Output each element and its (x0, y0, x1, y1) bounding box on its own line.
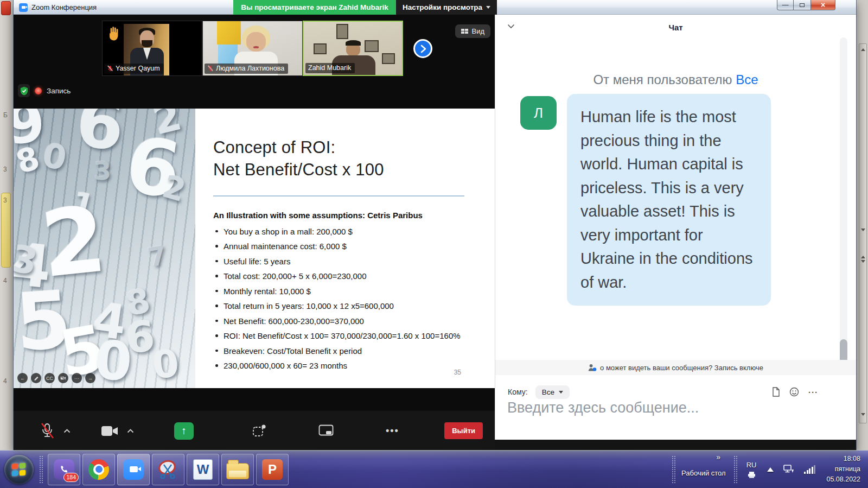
share-screen-button[interactable]: ↑ (174, 422, 194, 440)
slide-bullet: You buy a shop in a mall: 200,000 $ (213, 227, 478, 236)
recording-indicator: Запись (18, 84, 71, 97)
toolbar-overflow-chevron[interactable]: » (716, 453, 720, 461)
video-options-chevron[interactable] (127, 429, 134, 433)
grid-icon (461, 29, 469, 34)
tray-grip (733, 455, 738, 484)
zoom-app-icon (19, 3, 28, 12)
view-settings-label: Настройки просмотра (403, 3, 482, 11)
recipient-link[interactable]: Все (736, 72, 758, 87)
chrome-icon (88, 459, 109, 480)
clock-time: 18:08 (826, 454, 860, 464)
printer-icon[interactable] (748, 471, 756, 478)
apps-button[interactable] (318, 424, 334, 438)
slide-bullet: Net Benefit: 600,000-230,000=370,000 (213, 316, 478, 326)
smiley-icon (789, 387, 799, 397)
view-settings-dropdown[interactable]: Настройки просмотра (396, 0, 497, 15)
video-button[interactable] (101, 425, 118, 437)
background-marker: 3 (3, 166, 7, 173)
taskbar-explorer-button[interactable] (221, 454, 254, 485)
video-tile-liudmyla[interactable]: Людмила Лахтионова (202, 21, 303, 76)
raised-hand-icon (106, 26, 120, 42)
muted-mic-icon (207, 65, 214, 72)
maximize-button[interactable] (794, 0, 810, 10)
annotate-button[interactable] (31, 373, 41, 383)
slide-bullet: Monthly rental: 10,000 $ (213, 287, 478, 296)
security-shield-icon[interactable] (18, 84, 30, 97)
video-tile-zahid[interactable]: Zahid Mubarik (303, 21, 403, 76)
clock-date: 05.08.2022 (826, 474, 860, 485)
slide-content: Concept of ROI: Net Benefit/Cost x 100 A… (195, 109, 495, 388)
slide-bullet: Total cost: 200,000+ 5 x 6,000=230,000 (213, 271, 478, 281)
captions-button[interactable]: CC (44, 373, 55, 383)
record-button[interactable] (252, 424, 266, 438)
language-indicator[interactable]: RU (746, 461, 757, 478)
more-options-button[interactable]: ··· (808, 388, 818, 397)
taskbar-chrome-button[interactable] (82, 454, 115, 485)
windows-logo (12, 463, 18, 469)
taskbar-clock[interactable]: 18:08 пятница 05.08.2022 (826, 454, 860, 484)
chat-header: Чат (495, 15, 856, 41)
chat-scrollbar[interactable] (840, 37, 847, 363)
sender-avatar: Л (520, 96, 557, 130)
video-tile-yasser[interactable]: Yasser Qayum (102, 21, 202, 76)
close-button[interactable]: × (810, 0, 835, 10)
slide-bullet: Breakeven: Cost/Total Benefit x period (213, 346, 478, 356)
mic-options-chevron[interactable] (63, 429, 71, 433)
participant-name-label: Zahid Mubarik (305, 63, 355, 73)
recording-label: Запись (47, 87, 71, 95)
video-strip: Yasser Qayum Людмила Лахтионова (102, 21, 403, 76)
participant-name-label: Людмила Лахтионова (205, 64, 288, 74)
slide-bullet: 230,000/600,000 x 60= 23 months (213, 361, 478, 370)
background-marker: Б (3, 111, 8, 119)
slide-art-digit: 7 (146, 242, 168, 270)
emoji-button[interactable] (789, 387, 799, 397)
start-button[interactable] (4, 455, 34, 484)
view-button[interactable]: Вид (455, 24, 490, 38)
next-slide-button[interactable]: → (85, 373, 95, 383)
compose-row: Кому: Все ··· (508, 384, 845, 400)
taskbar-snipping-tool-button[interactable] (152, 454, 184, 485)
signal-strength-icon[interactable] (804, 465, 815, 474)
next-participants-button[interactable] (413, 39, 432, 58)
pencil-icon (34, 376, 39, 381)
participant-name-label: Yasser Qayum (104, 64, 164, 74)
more-button[interactable]: ••• (386, 425, 399, 436)
show-hidden-icons-button[interactable] (767, 467, 774, 472)
slide-art-digit: 6 (73, 109, 128, 161)
slide-art-digit: 0 (40, 138, 69, 176)
zoom-window: Zoom Конференция Вы просматриваете экран… (14, 0, 856, 451)
chat-message-input[interactable] (506, 399, 745, 417)
powerpoint-icon: P (262, 459, 283, 480)
desktop-toolbar[interactable]: Рабочий стол (681, 469, 726, 477)
shared-slide: 96208361247358465020 Concept of ROI: Net… (14, 109, 495, 388)
slide-controls: ← CC ··· → (17, 373, 95, 383)
monitor-icon (318, 424, 334, 438)
background-window-left: Б 3 3 4 4 (0, 0, 14, 451)
network-icon[interactable] (783, 465, 794, 474)
more-controls-button[interactable]: ··· (72, 373, 82, 383)
prev-slide-button[interactable]: ← (17, 373, 28, 383)
slide-bullet: Total return in 5 years: 10,000 x 12 x5=… (213, 301, 478, 310)
attach-file-button[interactable] (772, 387, 780, 397)
taskbar-zoom-button[interactable] (117, 454, 150, 485)
background-window-scrollbar[interactable] (859, 43, 867, 423)
background-marker: 3 (3, 197, 7, 204)
taskbar-word-button[interactable]: W (187, 454, 219, 485)
minimize-button[interactable]: — (777, 0, 794, 10)
slide-bullet: Useful life: 5 years (213, 257, 478, 266)
chevron-down-icon (486, 6, 490, 9)
taskbar: 184 W P » Рабочий стол (0, 450, 868, 488)
camera-off-icon (60, 376, 66, 381)
viber-icon: 184 (54, 459, 74, 480)
taskbar-viber-button[interactable]: 184 (48, 454, 80, 485)
folder-icon (226, 463, 249, 479)
share-screen-icon: ↑ (174, 422, 194, 440)
window-controls: — × (777, 0, 835, 10)
leave-meeting-button[interactable]: Выйти (444, 422, 483, 439)
desktop: Б 3 3 4 4 Zoom Конференция Вы просматрив… (0, 0, 868, 488)
meeting-toolbar: ↑ ••• Выйти (14, 411, 495, 451)
mute-button[interactable] (40, 422, 55, 440)
recipient-dropdown[interactable]: Все (535, 385, 570, 399)
camera-off-button[interactable] (58, 373, 68, 383)
taskbar-powerpoint-button[interactable]: P (256, 454, 289, 485)
